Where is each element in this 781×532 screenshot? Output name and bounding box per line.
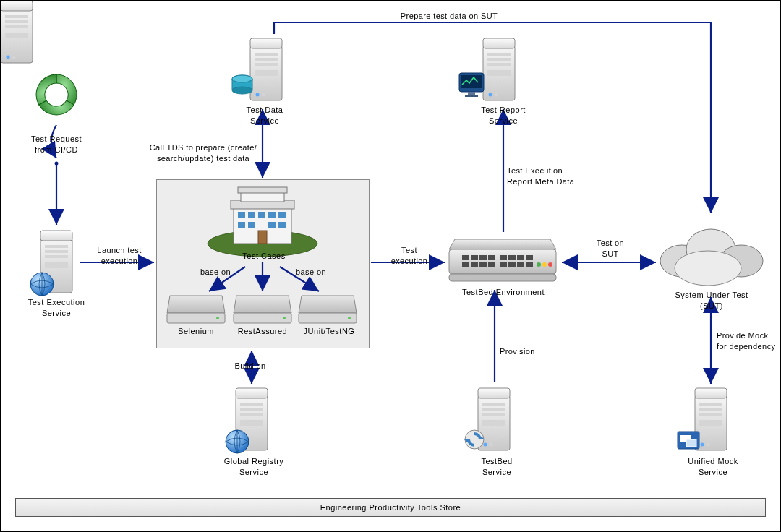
global-registry-label: Global Registry Service	[210, 456, 297, 478]
svg-rect-31	[258, 231, 267, 244]
svg-rect-41	[471, 255, 478, 260]
test-report-service-label: Test Report Service	[464, 105, 543, 126]
footer-bar: Engineering Productivity Tools Store	[15, 498, 766, 517]
svg-point-56	[537, 262, 541, 267]
svg-rect-38	[449, 249, 556, 274]
test-data-service-label: Test Data Service	[232, 105, 297, 126]
svg-rect-26	[278, 212, 286, 218]
svg-point-7	[12, 56, 16, 59]
svg-rect-15	[468, 92, 475, 95]
restassured-label: RestAssured	[232, 326, 293, 337]
test-report-service-icon	[483, 38, 515, 100]
svg-point-33	[216, 317, 219, 319]
svg-rect-39	[449, 274, 556, 281]
svg-point-37	[348, 317, 351, 319]
edge-provide-mock: Provide Mock for dependency	[717, 330, 781, 352]
svg-rect-5	[5, 33, 28, 38]
edge-provision: Provision	[500, 346, 558, 357]
svg-rect-48	[462, 262, 469, 267]
sut-cloud-icon	[660, 229, 763, 286]
test-execution-service-label: Test Execution Service	[15, 297, 98, 319]
svg-rect-28	[248, 222, 255, 228]
svg-rect-2	[5, 15, 28, 18]
svg-rect-49	[471, 262, 478, 267]
svg-rect-43	[488, 255, 495, 260]
testbed-env-label: TestBed Environment	[442, 287, 565, 298]
svg-rect-45	[508, 255, 516, 260]
testbed-service-label: TestBed Service	[461, 456, 533, 478]
svg-rect-27	[238, 222, 245, 228]
svg-rect-29	[268, 222, 276, 228]
svg-rect-3	[5, 20, 28, 23]
svg-rect-23	[248, 212, 255, 218]
svg-rect-47	[526, 255, 533, 260]
svg-rect-52	[500, 262, 507, 267]
test-data-service-icon	[250, 38, 282, 100]
edge-build-on: Build on	[225, 361, 276, 372]
edge-test-on-sut: Test on SUT	[585, 238, 636, 259]
junit-label: JUnit/TestNG	[297, 326, 361, 337]
svg-rect-1	[1, 1, 33, 11]
svg-rect-54	[517, 262, 524, 267]
edge-report-meta: Test Execution Report Meta Data	[507, 166, 601, 187]
svg-rect-22	[238, 212, 245, 218]
test-execution-service-icon	[30, 231, 72, 296]
selenium-label: Selenium	[166, 326, 226, 337]
edge-prepare-test-data: Prepare test data on SUT	[377, 11, 521, 22]
unified-mock-icon	[695, 388, 727, 450]
selenium-drive-icon	[167, 296, 225, 323]
svg-rect-55	[526, 262, 533, 267]
test-cases-label: Test Cases	[229, 251, 299, 262]
svg-point-62	[675, 251, 741, 286]
svg-rect-69	[686, 439, 696, 447]
junit-drive-icon	[299, 296, 357, 323]
edge-test-execution: Test execution	[377, 245, 442, 267]
svg-point-57	[542, 262, 547, 267]
edge-baseon-right: base on	[286, 267, 336, 278]
svg-point-58	[548, 262, 552, 267]
cicd-icon	[29, 72, 77, 122]
svg-rect-24	[258, 212, 265, 218]
unified-mock-label: Unified Mock Service	[673, 456, 753, 478]
global-registry-icon	[226, 388, 268, 453]
svg-rect-42	[479, 255, 487, 260]
svg-rect-51	[488, 262, 495, 267]
svg-rect-44	[500, 255, 507, 260]
svg-point-35	[283, 317, 286, 319]
svg-rect-40	[462, 255, 469, 260]
svg-point-12	[232, 75, 252, 82]
svg-point-6	[7, 56, 10, 59]
sut-label: System Under Test (SUT)	[657, 290, 766, 312]
svg-rect-30	[278, 222, 286, 228]
svg-rect-4	[5, 25, 28, 28]
svg-rect-46	[517, 255, 524, 260]
svg-point-71	[55, 162, 59, 166]
restassured-drive-icon	[234, 296, 291, 323]
svg-point-11	[232, 87, 252, 94]
diagram-canvas: Test Request from CI/CD Test Execution S…	[0, 0, 781, 532]
svg-rect-16	[465, 95, 478, 97]
edge-call-tds: Call TDS to prepare (create/ search/upda…	[138, 142, 268, 164]
testbed-env-icon	[449, 239, 556, 281]
test-request-label: Test Request from CI/CD	[20, 134, 93, 155]
test-cases-icon	[208, 187, 317, 257]
svg-rect-25	[268, 212, 276, 218]
edge-baseon-left: base on	[190, 267, 241, 278]
svg-rect-53	[508, 262, 516, 267]
svg-rect-50	[479, 262, 487, 267]
svg-rect-21	[238, 187, 287, 193]
footer-label: Engineering Productivity Tools Store	[320, 503, 461, 512]
edge-launch-test: Launch test execution	[85, 245, 154, 267]
